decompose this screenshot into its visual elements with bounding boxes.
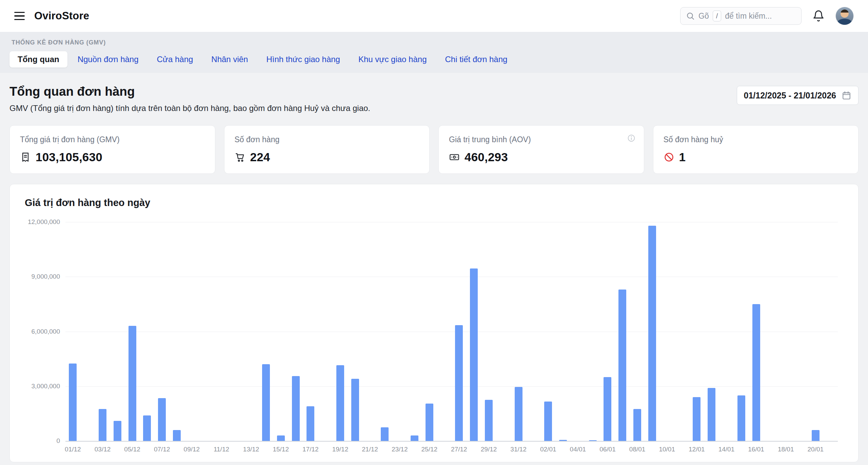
x-axis-tick-label: 05/12 <box>124 446 140 453</box>
x-axis-tick-label: 23/12 <box>392 446 408 453</box>
top-header: OviroStore Gõ / để tìm kiếm... <box>0 0 868 32</box>
y-axis-tick-label: 12,000,000 <box>25 218 60 226</box>
x-axis-tick-label: 17/12 <box>302 446 319 453</box>
page-subtitle: GMV (Tổng giá trị đơn hàng) tính dựa trê… <box>9 104 370 113</box>
bar-22/12[interactable] <box>381 427 389 441</box>
bar-27/12[interactable] <box>455 325 463 441</box>
stat-label: Số đơn hàng <box>235 135 419 144</box>
brand-title: OviroStore <box>34 10 89 22</box>
bar-15/12[interactable] <box>277 435 285 441</box>
bar-17/12[interactable] <box>307 406 314 441</box>
gridline <box>65 277 838 277</box>
x-axis-tick-label: 20/01 <box>808 446 824 453</box>
x-axis-tick-label: 01/12 <box>65 446 81 453</box>
gridline <box>65 441 838 442</box>
x-axis-tick-label: 19/12 <box>332 446 349 453</box>
stat-card: Giá trị trung bình (AOV)460,293 <box>438 125 644 174</box>
stat-label: Giá trị trung bình (AOV) <box>449 135 634 144</box>
search-icon <box>686 12 695 20</box>
date-range-value: 01/12/2025 - 21/01/2026 <box>744 91 836 100</box>
bar-15/01[interactable] <box>737 395 745 441</box>
tab-khu-vuc-giao-hang[interactable]: Khu vực giao hàng <box>350 51 435 68</box>
tab-tong-quan[interactable]: Tổng quan <box>9 51 67 68</box>
tab-chi-tiet-don-hang[interactable]: Chi tiết đơn hàng <box>437 51 516 68</box>
bar-20/01[interactable] <box>812 430 820 441</box>
bar-16/01[interactable] <box>752 304 760 441</box>
bar-06/12[interactable] <box>143 415 151 441</box>
bar-14/12[interactable] <box>262 364 270 441</box>
date-range-picker[interactable]: 01/12/2025 - 21/01/2026 <box>737 86 859 105</box>
banknote-icon <box>449 152 460 163</box>
bar-29/12[interactable] <box>485 400 493 441</box>
x-axis-tick-label: 04/01 <box>570 446 586 453</box>
cart-icon <box>235 152 245 163</box>
x-axis-tick-label: 16/01 <box>748 446 764 453</box>
bar-07/12[interactable] <box>158 398 166 441</box>
tab-nhan-vien[interactable]: Nhân viên <box>203 51 256 68</box>
x-axis-tick-label: 27/12 <box>451 446 467 453</box>
bar-03/12[interactable] <box>99 409 106 441</box>
bar-20/12[interactable] <box>351 379 359 441</box>
search-placeholder-prefix: Gõ <box>698 12 709 21</box>
x-axis-tick-label: 08/01 <box>629 446 646 453</box>
stat-value: 1 <box>679 150 686 164</box>
bar-03/01[interactable] <box>559 440 567 441</box>
bar-12/01[interactable] <box>693 397 701 441</box>
stat-value: 103,105,630 <box>36 150 102 164</box>
stat-label: Tổng giá trị đơn hàng (GMV) <box>20 135 205 144</box>
gridline <box>65 222 838 222</box>
tab-cua-hang[interactable]: Cửa hàng <box>149 51 201 68</box>
stats-subnav: THỐNG KÊ ĐƠN HÀNG (GMV) Tổng quanNguồn đ… <box>0 32 868 73</box>
hamburger-menu-button[interactable] <box>14 11 25 22</box>
x-axis-tick-label: 31/12 <box>510 446 527 453</box>
bar-08/01[interactable] <box>633 409 641 441</box>
bar-02/01[interactable] <box>544 402 552 441</box>
chart-title: Giá trị đơn hàng theo ngày <box>25 197 843 208</box>
bar-01/12[interactable] <box>69 364 77 441</box>
bar-07/01[interactable] <box>618 290 626 441</box>
x-axis-tick-label: 11/12 <box>214 446 229 453</box>
bar-05/01[interactable] <box>589 440 597 441</box>
bar-25/12[interactable] <box>426 404 433 441</box>
bar-13/01[interactable] <box>708 388 715 441</box>
stat-value: 460,293 <box>465 150 508 164</box>
bar-05/12[interactable] <box>129 326 136 441</box>
main-content: Tổng quan đơn hàng GMV (Tổng giá trị đơn… <box>0 73 868 462</box>
bar-31/12[interactable] <box>515 387 522 441</box>
info-icon[interactable] <box>627 134 636 143</box>
tab-nguon-don-hang[interactable]: Nguồn đơn hàng <box>70 51 147 68</box>
gridline <box>65 332 838 332</box>
tab-hinh-thuc-giao-hang[interactable]: Hình thức giao hàng <box>258 51 348 68</box>
y-axis-tick-label: 0 <box>25 437 60 445</box>
bar-06/01[interactable] <box>604 377 611 441</box>
bar-16/12[interactable] <box>292 376 300 441</box>
x-axis-tick-label: 18/01 <box>778 446 794 453</box>
gridline <box>65 386 838 387</box>
cancel-icon <box>664 152 674 163</box>
stat-cards-row: Tổng giá trị đơn hàng (GMV)103,105,630Số… <box>9 125 859 174</box>
x-axis-tick-label: 02/01 <box>540 446 556 453</box>
stat-card: Số đơn hàng huỷ1 <box>653 125 859 174</box>
x-axis-tick-label: 12/01 <box>689 446 705 453</box>
x-axis-tick-label: 09/12 <box>184 446 200 453</box>
bar-28/12[interactable] <box>470 268 478 441</box>
gmv-bar-chart: 03,000,0006,000,0009,000,00012,000,00001… <box>25 222 843 460</box>
stat-label: Số đơn hàng huỷ <box>664 135 848 144</box>
stat-card: Số đơn hàng224 <box>224 125 430 174</box>
x-axis-tick-label: 10/01 <box>659 446 675 453</box>
global-search-input[interactable]: Gõ / để tìm kiếm... <box>680 7 802 25</box>
bell-icon <box>812 10 825 22</box>
user-avatar[interactable] <box>835 7 854 25</box>
bar-08/12[interactable] <box>173 430 181 441</box>
bar-19/12[interactable] <box>336 365 344 441</box>
x-axis-tick-label: 14/01 <box>718 446 735 453</box>
x-axis-tick-label: 25/12 <box>421 446 438 453</box>
bar-24/12[interactable] <box>411 435 418 441</box>
x-axis-tick-label: 07/12 <box>154 446 170 453</box>
x-axis-tick-label: 06/01 <box>599 446 616 453</box>
bar-09/01[interactable] <box>648 226 656 441</box>
bar-04/12[interactable] <box>114 421 121 441</box>
notifications-button[interactable] <box>812 10 825 22</box>
x-axis-tick-label: 21/12 <box>362 446 378 453</box>
receipt-icon <box>20 152 31 163</box>
